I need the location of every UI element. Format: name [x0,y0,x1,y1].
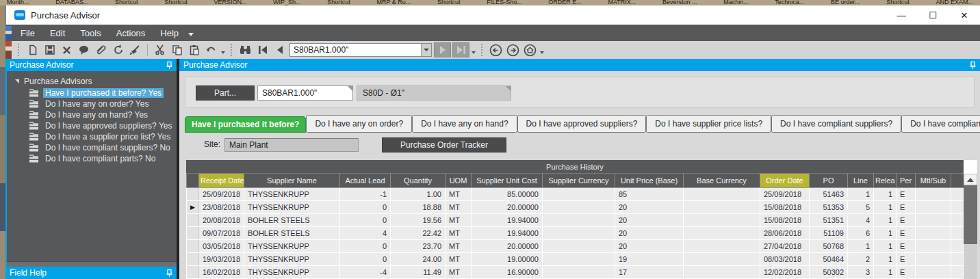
home-dropdown-caret[interactable] [540,51,544,54]
menu-item-help[interactable]: Help [160,28,179,38]
table-cell[interactable]: 6 [848,226,874,239]
table-cell[interactable]: 1 [874,265,897,278]
table-cell[interactable]: 15/08/2018 [760,200,810,213]
table-cell[interactable] [916,265,951,278]
tab-2[interactable]: Do I have any on order? [306,115,412,133]
desktop-icon-label[interactable]: Machin... [723,0,749,5]
table-cell[interactable]: MT [446,187,472,200]
table-cell[interactable]: 19.00000 [472,252,543,265]
row-marker-cell[interactable] [187,239,199,252]
cut-icon[interactable] [151,42,168,57]
table-cell[interactable]: 08/03/2018 [760,252,810,265]
column-header[interactable]: Receipt Date [199,174,244,187]
table-cell[interactable] [684,226,760,239]
scrollbar-track[interactable] [964,244,977,279]
table-cell[interactable] [916,239,951,252]
table-cell[interactable]: 50302 [810,265,848,278]
table-cell[interactable]: 0 [340,239,391,252]
undo-dropdown-caret[interactable] [221,51,225,54]
table-cell[interactable]: 25/09/2018 [199,187,244,200]
sidebar-item[interactable]: Do I have approved suppliers? Yes [5,120,177,131]
close-button[interactable]: ✕ [949,5,980,25]
desktop-icon-label[interactable]: MATRIX... [608,0,636,5]
table-cell[interactable]: 20 [615,226,684,239]
column-header[interactable]: Unit Price (Base) [615,174,684,187]
sidebar-item[interactable]: Do I have compliant suppliers? No [5,142,177,153]
desktop-icon-label[interactable]: Shortcut [437,0,461,5]
find-icon[interactable] [237,42,254,57]
tab-5[interactable]: Do I have supplier price lists? [646,115,771,133]
table-cell[interactable]: 28/06/2018 [760,226,810,239]
toolbar-grip[interactable] [481,44,483,56]
table-cell[interactable]: 1 [874,239,897,252]
table-cell[interactable]: 20.00000 [472,239,543,252]
table-cell[interactable]: E [897,265,916,278]
sidebar-item[interactable]: Do I have a supplier price list? Yes [5,131,177,142]
clear-icon[interactable] [127,42,144,57]
table-cell[interactable] [684,252,760,265]
undo-icon[interactable] [203,42,220,57]
last-record-icon[interactable] [452,42,469,57]
desktop-icon-label[interactable]: DATABAS... [55,0,88,5]
table-cell[interactable]: MT [446,213,472,226]
desktop-icon-label[interactable]: VERSION... [214,0,246,5]
combo-dropdown-button[interactable] [421,44,431,56]
maximize-button[interactable]: ☐ [917,5,949,25]
column-header[interactable]: Relea [874,174,897,187]
table-cell[interactable]: E [897,187,916,200]
table-cell[interactable]: 85 [615,187,684,200]
menu-item-edit[interactable]: Edit [50,28,65,38]
table-cell[interactable]: 20.00000 [472,200,543,213]
table-cell[interactable] [684,213,760,226]
pin-icon[interactable] [970,62,976,69]
table-cell[interactable]: MT [446,265,472,278]
copy-icon[interactable] [168,42,185,57]
table-cell[interactable]: 1 [874,213,897,226]
column-header[interactable]: Supplier Name [244,174,340,187]
table-cell[interactable]: 51351 [810,213,848,226]
table-cell[interactable]: -4 [340,265,391,278]
column-header[interactable]: Supplier Unit Cost [472,174,543,187]
tab-3[interactable]: Do I have any on hand? [412,115,517,133]
home-icon[interactable] [521,42,539,57]
table-cell[interactable]: 1 [874,200,897,213]
column-header[interactable]: Line [848,174,874,187]
next-record-icon[interactable] [434,42,451,57]
table-cell[interactable] [543,252,615,265]
desktop-icon-label[interactable]: ORDER E... [548,0,582,5]
table-cell[interactable]: 4 [340,226,391,239]
table-row[interactable]: 09/07/2018BOHLER STEELS422.42MT19.940002… [187,226,964,239]
column-header[interactable]: UOM [446,174,472,187]
table-cell[interactable]: 0 [340,200,391,213]
table-row[interactable]: 03/05/2018THYSSENKRUPP023.70MT20.0000020… [187,239,964,252]
table-cell[interactable]: 51109 [810,226,848,239]
tab-7[interactable]: Do I have compliant parts? [901,115,980,133]
table-cell[interactable]: 1 [848,187,874,200]
table-cell[interactable]: 09/07/2018 [199,226,244,239]
table-cell[interactable]: 51353 [810,200,848,213]
refresh-icon[interactable] [109,42,127,57]
table-cell[interactable]: E [897,252,916,265]
table-cell[interactable]: 11.49 [391,265,446,278]
table-cell[interactable]: 16/02/2018 [199,265,244,278]
part-number-field[interactable]: S80BAR1.000" [257,85,353,101]
table-row[interactable]: 16/02/2018THYSSENKRUPP-411.49MT16.900001… [187,265,964,278]
tab-1[interactable]: Have I purchased it before? [185,116,306,133]
tree-root-label[interactable]: Purchase Advisors [24,77,92,86]
row-marker-cell[interactable] [187,213,199,226]
column-header[interactable]: Mtl/Sub [916,174,951,187]
table-cell[interactable] [543,239,615,252]
sidebar-item[interactable]: Do I have any on hand? Yes [5,109,177,120]
desktop-icon-label[interactable]: Beverston ... [662,0,697,5]
minimize-button[interactable]: — [886,5,917,25]
desktop-icon-label[interactable]: Technica... [775,0,804,5]
toolbar-grip[interactable] [18,44,20,56]
row-marker-cell[interactable] [187,187,199,200]
previous-record-icon[interactable] [271,42,288,57]
nav-dropdown-caret[interactable] [472,51,476,54]
menu-item-file[interactable]: File [21,28,35,38]
column-header[interactable]: Order Date [760,174,810,187]
table-cell[interactable] [916,213,951,226]
sidebar-item[interactable]: Have I purchased it before? Yes [5,88,177,98]
table-cell[interactable] [684,187,760,200]
